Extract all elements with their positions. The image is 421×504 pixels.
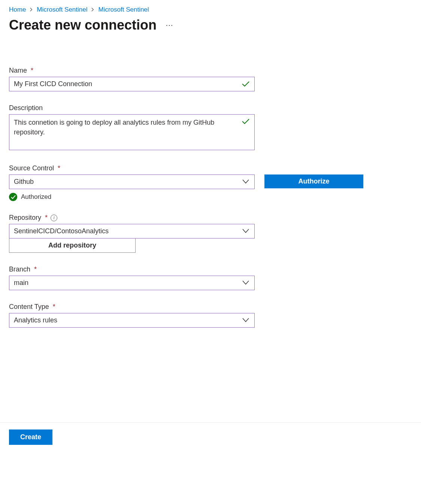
form-group-name: Name * bbox=[9, 67, 412, 91]
authorized-status: Authorized bbox=[9, 193, 412, 201]
chevron-down-icon bbox=[242, 179, 249, 185]
branch-value: main bbox=[14, 279, 237, 287]
footer-bar: Create bbox=[0, 422, 421, 452]
chevron-right-icon bbox=[30, 7, 33, 13]
breadcrumb: Home Microsoft Sentinel Microsoft Sentin… bbox=[9, 6, 412, 13]
required-indicator: * bbox=[45, 214, 48, 222]
info-icon[interactable]: i bbox=[51, 215, 57, 221]
form-group-source-control: Source Control * Github Authorize Author… bbox=[9, 164, 412, 201]
required-indicator: * bbox=[34, 265, 37, 273]
source-control-select[interactable]: Github bbox=[9, 174, 255, 189]
chevron-down-icon bbox=[242, 280, 249, 286]
breadcrumb-link-sentinel-1[interactable]: Microsoft Sentinel bbox=[37, 6, 87, 13]
add-repository-button[interactable]: Add repository bbox=[9, 238, 136, 253]
form-group-branch: Branch * main bbox=[9, 265, 412, 290]
form-group-description: Description bbox=[9, 104, 412, 152]
more-actions-icon[interactable]: ⋯ bbox=[166, 21, 173, 30]
repository-label: Repository bbox=[9, 214, 41, 222]
form-group-content-type: Content Type * Analytics rules bbox=[9, 303, 412, 328]
chevron-down-icon bbox=[242, 228, 249, 235]
required-indicator: * bbox=[53, 303, 55, 311]
name-label: Name bbox=[9, 67, 27, 75]
repository-value: SentinelCICD/ContosoAnalytics bbox=[14, 227, 237, 235]
checkmark-icon bbox=[242, 118, 249, 126]
name-input[interactable] bbox=[9, 77, 255, 91]
success-icon bbox=[9, 193, 17, 201]
breadcrumb-link-home[interactable]: Home bbox=[9, 6, 26, 13]
form-group-repository: Repository * i SentinelCICD/ContosoAnaly… bbox=[9, 214, 412, 253]
source-control-value: Github bbox=[14, 178, 237, 186]
create-button[interactable]: Create bbox=[9, 429, 52, 445]
branch-select[interactable]: main bbox=[9, 276, 255, 290]
required-indicator: * bbox=[31, 67, 33, 75]
content-type-value: Analytics rules bbox=[14, 316, 237, 324]
required-indicator: * bbox=[58, 164, 60, 172]
breadcrumb-link-sentinel-2[interactable]: Microsoft Sentinel bbox=[98, 6, 149, 13]
authorized-status-text: Authorized bbox=[21, 193, 51, 201]
description-input[interactable] bbox=[9, 114, 255, 150]
content-type-select[interactable]: Analytics rules bbox=[9, 313, 255, 328]
description-label: Description bbox=[9, 104, 43, 112]
branch-label: Branch bbox=[9, 265, 30, 273]
authorize-button[interactable]: Authorize bbox=[264, 174, 363, 188]
page-title: Create new connection bbox=[9, 17, 157, 33]
source-control-label: Source Control bbox=[9, 164, 54, 172]
chevron-right-icon bbox=[91, 7, 94, 13]
checkmark-icon bbox=[242, 81, 249, 89]
chevron-down-icon bbox=[242, 317, 249, 324]
repository-select[interactable]: SentinelCICD/ContosoAnalytics bbox=[9, 224, 255, 239]
content-type-label: Content Type bbox=[9, 303, 49, 311]
